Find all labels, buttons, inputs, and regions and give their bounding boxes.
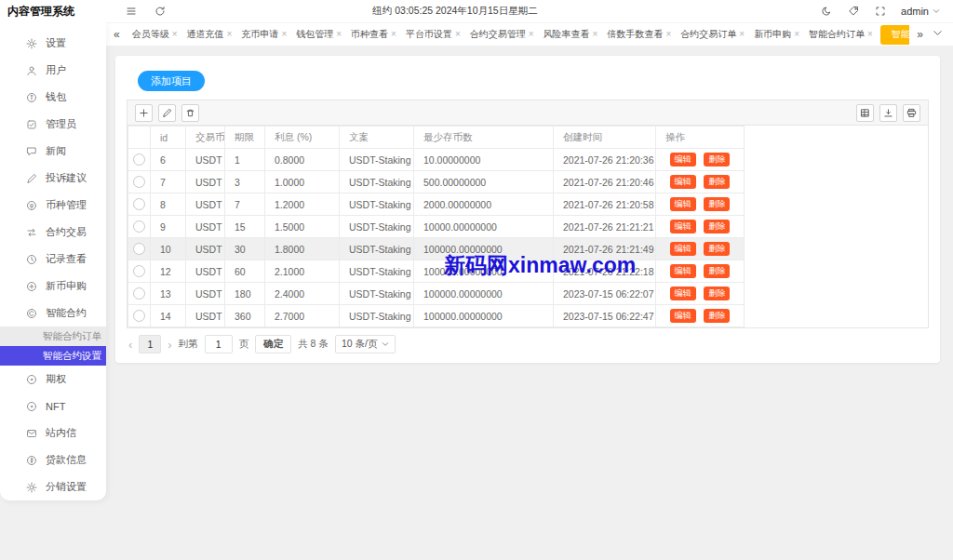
tab-close-icon[interactable]: × <box>281 30 287 39</box>
row-radio[interactable] <box>133 153 145 166</box>
tabs-scroll-left[interactable]: « <box>106 28 128 41</box>
delete-button[interactable]: 删除 <box>704 242 730 256</box>
goto-page-input[interactable] <box>205 335 233 353</box>
tab[interactable]: 智能合约设置 × <box>880 25 910 45</box>
sidebar-item[interactable]: 期权 <box>0 366 106 393</box>
tab-close-icon[interactable]: × <box>529 30 534 39</box>
cell-created: 2021-07-26 21:22:18 <box>554 260 656 283</box>
tabs-scroll-right[interactable]: » <box>909 28 931 41</box>
tab[interactable]: 通道充值 × <box>182 23 237 46</box>
edit-button[interactable]: 编辑 <box>670 220 696 233</box>
row-radio[interactable] <box>133 265 145 277</box>
delete-button[interactable]: 删除 <box>704 175 730 189</box>
chat-icon <box>26 146 37 157</box>
edit-button[interactable]: 编辑 <box>670 309 696 323</box>
tab[interactable]: 平台币设置 × <box>401 23 465 46</box>
tab-close-icon[interactable]: × <box>455 30 461 39</box>
total-count-label: 共 8 条 <box>298 338 329 351</box>
moon-icon[interactable] <box>820 6 832 18</box>
tab[interactable]: 币种查看 × <box>346 23 401 46</box>
tab[interactable]: 充币申请 × <box>236 23 291 46</box>
sidebar-item[interactable]: 设置 <box>0 30 106 57</box>
fullscreen-icon[interactable] <box>874 6 886 18</box>
sidebar-item[interactable]: NFT <box>0 393 106 420</box>
table-container: id交易币期限利息 (%)文案最少存币数创建时间操作 6 USDT 1 0.80… <box>127 100 929 328</box>
edit-button[interactable]: 编辑 <box>670 197 696 211</box>
sidebar-item[interactable]: 用户 <box>0 57 106 84</box>
table-row: 10 USDT 30 1.8000 USDT-Staking 100000.00… <box>128 238 928 260</box>
row-radio[interactable] <box>133 176 145 188</box>
row-radio[interactable] <box>133 287 145 300</box>
edit-button[interactable]: 编辑 <box>670 287 696 300</box>
tag-icon[interactable] <box>847 6 859 18</box>
print-button[interactable] <box>903 104 920 122</box>
menu-icon[interactable] <box>125 6 137 18</box>
tab-close-icon[interactable]: × <box>794 30 799 39</box>
delete-button[interactable]: 删除 <box>704 153 730 167</box>
delete-button[interactable]: 删除 <box>704 309 730 323</box>
sidebar-item[interactable]: 管理员 <box>0 111 106 138</box>
delete-button[interactable]: 删除 <box>704 264 730 278</box>
edit-button[interactable]: 编辑 <box>670 175 696 189</box>
row-radio[interactable] <box>133 243 145 255</box>
sidebar-item[interactable]: 智能合约设置 <box>0 346 106 366</box>
tab-close-icon[interactable]: × <box>227 30 233 39</box>
per-page-select[interactable]: 10 条/页 <box>335 335 396 353</box>
sidebar-item[interactable]: 分销设置 <box>0 473 106 500</box>
tab[interactable]: 智能合约订单 × <box>804 23 878 46</box>
row-radio[interactable] <box>133 198 145 210</box>
sidebar-item[interactable]: 智能合约订单 <box>0 327 106 346</box>
tab-close-icon[interactable]: × <box>336 30 342 39</box>
sidebar-item[interactable]: 合约交易 <box>0 219 106 246</box>
sidebar-item[interactable]: 投诉建议 <box>0 165 106 192</box>
page-number-button[interactable]: 1 <box>139 335 161 353</box>
edit-button[interactable]: 编辑 <box>670 153 696 167</box>
tab[interactable]: 合约交易管理 × <box>465 23 539 46</box>
tab[interactable]: 合约交易订单 × <box>676 23 749 46</box>
sidebar-item[interactable]: 币种管理 <box>0 192 106 219</box>
tab-close-icon[interactable]: × <box>172 30 178 39</box>
page-prev-button[interactable]: ‹ <box>128 338 132 352</box>
delete-button[interactable]: 删除 <box>704 220 730 233</box>
page-next-button[interactable]: › <box>168 338 171 352</box>
tab[interactable]: 会员等级 × <box>128 23 182 46</box>
sidebar-item[interactable]: 贷款信息 <box>0 447 106 473</box>
edit-button[interactable]: 编辑 <box>670 264 696 278</box>
edit-button[interactable]: 编辑 <box>670 242 696 256</box>
tab[interactable]: 新币申购 × <box>749 23 804 46</box>
add-item-button[interactable]: 添加项目 <box>138 71 205 91</box>
row-radio[interactable] <box>133 220 145 233</box>
row-radio[interactable] <box>133 310 145 322</box>
sidebar-item[interactable]: 新币申购 <box>0 273 106 300</box>
tab-close-icon[interactable]: × <box>391 30 396 39</box>
goto-confirm-button[interactable]: 确定 <box>255 335 291 353</box>
sidebar-item[interactable]: 新闻 <box>0 138 106 165</box>
sidebar-item[interactable]: 站内信 <box>0 420 106 447</box>
sidebar-item[interactable]: 钱包 <box>0 84 106 111</box>
refresh-icon[interactable] <box>154 6 166 18</box>
delete-button[interactable]: 删除 <box>704 197 730 211</box>
toolbar-left-group <box>135 104 199 122</box>
caret-down-icon[interactable] <box>933 28 946 41</box>
tab-close-icon[interactable]: × <box>739 30 745 39</box>
dollar-icon <box>26 455 37 466</box>
export-button[interactable] <box>879 104 897 122</box>
tab-close-icon[interactable]: × <box>665 30 671 39</box>
tab[interactable]: 风险率查看 × <box>539 23 603 46</box>
delete-row-button[interactable] <box>181 104 199 122</box>
tab-label: 合约交易订单 <box>680 28 736 41</box>
add-row-button[interactable] <box>135 104 153 122</box>
tab-close-icon[interactable]: × <box>593 30 598 39</box>
user-menu[interactable]: admin <box>901 6 940 17</box>
sidebar-item[interactable]: 记录查看 <box>0 246 106 273</box>
filter-columns-button[interactable] <box>856 104 874 122</box>
sidebar-item[interactable]: 智能合约 <box>0 300 106 327</box>
cell-coin: USDT <box>186 171 225 193</box>
edit-row-button[interactable] <box>158 104 176 122</box>
tab[interactable]: 钱包管理 × <box>291 23 346 46</box>
delete-button[interactable]: 删除 <box>704 287 730 300</box>
sidebar-item-label: 管理员 <box>46 117 76 131</box>
cell-id: 7 <box>151 171 186 193</box>
tab[interactable]: 倍数手数查看 × <box>602 23 676 46</box>
tab-close-icon[interactable]: × <box>867 30 873 39</box>
